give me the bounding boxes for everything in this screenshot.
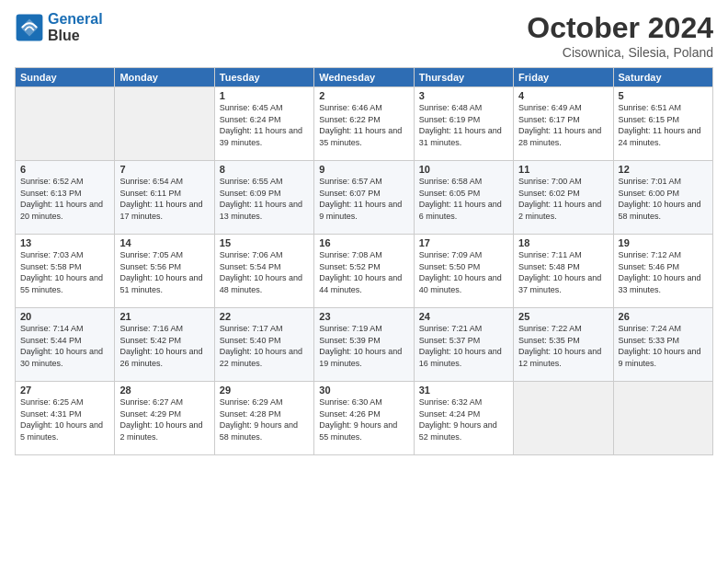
logo-icon xyxy=(15,13,44,42)
day-info: Sunrise: 6:32 AM Sunset: 4:24 PM Dayligh… xyxy=(419,396,508,442)
day-info: Sunrise: 7:17 AM Sunset: 5:40 PM Dayligh… xyxy=(220,323,309,369)
day-number: 2 xyxy=(319,90,408,101)
day-number: 21 xyxy=(119,311,209,322)
day-number: 16 xyxy=(319,237,408,248)
day-number: 26 xyxy=(619,311,708,322)
day-info: Sunrise: 7:22 AM Sunset: 5:35 PM Dayligh… xyxy=(518,323,608,369)
header: General Blue October 2024 Cisownica, Sil… xyxy=(15,11,713,60)
week-row-2: 6Sunrise: 6:52 AM Sunset: 6:13 PM Daylig… xyxy=(16,161,713,235)
day-number: 29 xyxy=(220,385,309,396)
day-number: 31 xyxy=(419,385,508,396)
day-number: 9 xyxy=(319,164,408,175)
day-number: 10 xyxy=(419,164,508,175)
day-info: Sunrise: 6:27 AM Sunset: 4:29 PM Dayligh… xyxy=(119,396,209,442)
day-cell: 8Sunrise: 6:55 AM Sunset: 6:09 PM Daylig… xyxy=(214,161,313,235)
logo-general: General xyxy=(48,11,103,27)
day-number: 24 xyxy=(419,311,508,322)
calendar-table: SundayMondayTuesdayWednesdayThursdayFrid… xyxy=(15,67,713,455)
day-cell: 29Sunrise: 6:29 AM Sunset: 4:28 PM Dayli… xyxy=(214,382,313,455)
weekday-header-sunday: Sunday xyxy=(16,68,115,87)
day-cell: 25Sunrise: 7:22 AM Sunset: 5:35 PM Dayli… xyxy=(514,308,613,382)
day-info: Sunrise: 6:55 AM Sunset: 6:09 PM Dayligh… xyxy=(220,176,309,222)
day-info: Sunrise: 6:51 AM Sunset: 6:15 PM Dayligh… xyxy=(619,102,708,148)
day-info: Sunrise: 6:57 AM Sunset: 6:07 PM Dayligh… xyxy=(319,176,408,222)
week-row-4: 20Sunrise: 7:14 AM Sunset: 5:44 PM Dayli… xyxy=(16,308,713,382)
day-info: Sunrise: 7:03 AM Sunset: 5:58 PM Dayligh… xyxy=(20,249,109,295)
day-cell: 19Sunrise: 7:12 AM Sunset: 5:46 PM Dayli… xyxy=(613,235,712,308)
day-info: Sunrise: 6:46 AM Sunset: 6:22 PM Dayligh… xyxy=(319,102,408,148)
weekday-header-row: SundayMondayTuesdayWednesdayThursdayFrid… xyxy=(16,68,713,87)
day-cell: 27Sunrise: 6:25 AM Sunset: 4:31 PM Dayli… xyxy=(16,382,115,455)
day-cell: 11Sunrise: 7:00 AM Sunset: 6:02 PM Dayli… xyxy=(514,161,613,235)
day-number: 28 xyxy=(119,385,209,396)
calendar-page: General Blue October 2024 Cisownica, Sil… xyxy=(0,0,728,563)
day-info: Sunrise: 7:14 AM Sunset: 5:44 PM Dayligh… xyxy=(20,323,109,369)
day-cell: 13Sunrise: 7:03 AM Sunset: 5:58 PM Dayli… xyxy=(16,235,115,308)
day-cell: 18Sunrise: 7:11 AM Sunset: 5:48 PM Dayli… xyxy=(514,235,613,308)
day-cell: 20Sunrise: 7:14 AM Sunset: 5:44 PM Dayli… xyxy=(16,308,115,382)
week-row-5: 27Sunrise: 6:25 AM Sunset: 4:31 PM Dayli… xyxy=(16,382,713,455)
day-info: Sunrise: 7:09 AM Sunset: 5:50 PM Dayligh… xyxy=(419,249,508,295)
day-info: Sunrise: 6:30 AM Sunset: 4:26 PM Dayligh… xyxy=(319,396,408,442)
day-cell: 26Sunrise: 7:24 AM Sunset: 5:33 PM Dayli… xyxy=(613,308,712,382)
day-cell: 3Sunrise: 6:48 AM Sunset: 6:19 PM Daylig… xyxy=(414,87,513,161)
logo: General Blue xyxy=(15,11,103,43)
day-cell: 28Sunrise: 6:27 AM Sunset: 4:29 PM Dayli… xyxy=(115,382,214,455)
day-info: Sunrise: 7:12 AM Sunset: 5:46 PM Dayligh… xyxy=(619,249,708,295)
day-number: 25 xyxy=(518,311,608,322)
day-number: 18 xyxy=(518,237,608,248)
weekday-header-wednesday: Wednesday xyxy=(314,68,414,87)
day-info: Sunrise: 7:16 AM Sunset: 5:42 PM Dayligh… xyxy=(119,323,209,369)
day-cell: 16Sunrise: 7:08 AM Sunset: 5:52 PM Dayli… xyxy=(314,235,414,308)
day-cell: 6Sunrise: 6:52 AM Sunset: 6:13 PM Daylig… xyxy=(16,161,115,235)
month-title: October 2024 xyxy=(527,11,713,45)
day-cell: 5Sunrise: 6:51 AM Sunset: 6:15 PM Daylig… xyxy=(613,87,712,161)
day-cell: 24Sunrise: 7:21 AM Sunset: 5:37 PM Dayli… xyxy=(414,308,513,382)
day-number: 30 xyxy=(319,385,408,396)
day-cell: 22Sunrise: 7:17 AM Sunset: 5:40 PM Dayli… xyxy=(214,308,313,382)
day-info: Sunrise: 6:54 AM Sunset: 6:11 PM Dayligh… xyxy=(119,176,209,222)
day-number: 17 xyxy=(419,237,508,248)
weekday-header-friday: Friday xyxy=(514,68,613,87)
title-block: October 2024 Cisownica, Silesia, Poland xyxy=(527,11,713,60)
day-number: 12 xyxy=(619,164,708,175)
day-cell: 21Sunrise: 7:16 AM Sunset: 5:42 PM Dayli… xyxy=(115,308,214,382)
day-number: 19 xyxy=(619,237,708,248)
logo-text: General Blue xyxy=(48,11,103,43)
day-number: 3 xyxy=(419,90,508,101)
day-cell xyxy=(514,382,613,455)
logo-blue: Blue xyxy=(48,28,80,43)
day-info: Sunrise: 6:48 AM Sunset: 6:19 PM Dayligh… xyxy=(419,102,508,148)
week-row-1: 1Sunrise: 6:45 AM Sunset: 6:24 PM Daylig… xyxy=(16,87,713,161)
day-cell: 14Sunrise: 7:05 AM Sunset: 5:56 PM Dayli… xyxy=(115,235,214,308)
day-number: 5 xyxy=(619,90,708,101)
weekday-header-thursday: Thursday xyxy=(414,68,513,87)
day-info: Sunrise: 7:01 AM Sunset: 6:00 PM Dayligh… xyxy=(619,176,708,222)
day-info: Sunrise: 7:05 AM Sunset: 5:56 PM Dayligh… xyxy=(119,249,209,295)
day-cell: 7Sunrise: 6:54 AM Sunset: 6:11 PM Daylig… xyxy=(115,161,214,235)
day-cell: 10Sunrise: 6:58 AM Sunset: 6:05 PM Dayli… xyxy=(414,161,513,235)
day-cell: 15Sunrise: 7:06 AM Sunset: 5:54 PM Dayli… xyxy=(214,235,313,308)
day-info: Sunrise: 6:29 AM Sunset: 4:28 PM Dayligh… xyxy=(220,396,309,442)
day-info: Sunrise: 7:19 AM Sunset: 5:39 PM Dayligh… xyxy=(319,323,408,369)
day-number: 13 xyxy=(20,237,109,248)
day-cell: 12Sunrise: 7:01 AM Sunset: 6:00 PM Dayli… xyxy=(613,161,712,235)
day-number: 1 xyxy=(220,90,309,101)
day-cell: 9Sunrise: 6:57 AM Sunset: 6:07 PM Daylig… xyxy=(314,161,414,235)
day-number: 27 xyxy=(20,385,109,396)
day-info: Sunrise: 6:52 AM Sunset: 6:13 PM Dayligh… xyxy=(20,176,109,222)
week-row-3: 13Sunrise: 7:03 AM Sunset: 5:58 PM Dayli… xyxy=(16,235,713,308)
day-cell: 30Sunrise: 6:30 AM Sunset: 4:26 PM Dayli… xyxy=(314,382,414,455)
day-cell: 17Sunrise: 7:09 AM Sunset: 5:50 PM Dayli… xyxy=(414,235,513,308)
day-info: Sunrise: 6:58 AM Sunset: 6:05 PM Dayligh… xyxy=(419,176,508,222)
day-info: Sunrise: 7:08 AM Sunset: 5:52 PM Dayligh… xyxy=(319,249,408,295)
day-cell: 23Sunrise: 7:19 AM Sunset: 5:39 PM Dayli… xyxy=(314,308,414,382)
day-info: Sunrise: 6:25 AM Sunset: 4:31 PM Dayligh… xyxy=(20,396,109,442)
day-number: 4 xyxy=(518,90,608,101)
day-info: Sunrise: 6:49 AM Sunset: 6:17 PM Dayligh… xyxy=(518,102,608,148)
day-info: Sunrise: 7:11 AM Sunset: 5:48 PM Dayligh… xyxy=(518,249,608,295)
day-number: 15 xyxy=(220,237,309,248)
location: Cisownica, Silesia, Poland xyxy=(527,45,713,60)
day-number: 6 xyxy=(20,164,109,175)
day-number: 7 xyxy=(119,164,209,175)
